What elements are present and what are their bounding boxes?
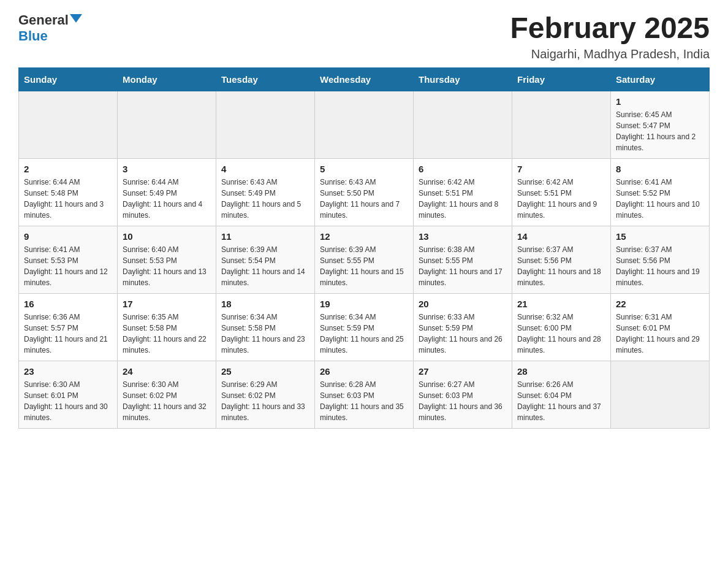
day-info: Sunrise: 6:41 AMSunset: 5:52 PMDaylight:… xyxy=(616,177,704,221)
day-number: 7 xyxy=(517,164,605,174)
calendar-day-cell: 10Sunrise: 6:40 AMSunset: 5:53 PMDayligh… xyxy=(118,226,216,293)
day-info: Sunrise: 6:43 AMSunset: 5:50 PMDaylight:… xyxy=(320,177,408,221)
day-of-week-header: Sunday xyxy=(19,67,118,91)
calendar-day-cell: 22Sunrise: 6:31 AMSunset: 6:01 PMDayligh… xyxy=(611,293,710,361)
logo: General Blue xyxy=(18,12,82,44)
day-of-week-header: Monday xyxy=(118,67,216,91)
day-info: Sunrise: 6:28 AMSunset: 6:03 PMDaylight:… xyxy=(320,379,408,423)
day-info: Sunrise: 6:42 AMSunset: 5:51 PMDaylight:… xyxy=(517,177,605,221)
day-number: 12 xyxy=(320,231,408,242)
day-number: 2 xyxy=(24,164,112,174)
calendar-day-cell: 2Sunrise: 6:44 AMSunset: 5:48 PMDaylight… xyxy=(19,158,118,226)
logo-blue-text: Blue xyxy=(18,28,48,44)
calendar-subtitle: Naigarhi, Madhya Pradesh, India xyxy=(510,47,710,61)
day-info: Sunrise: 6:34 AMSunset: 5:59 PMDaylight:… xyxy=(320,312,408,356)
day-number: 19 xyxy=(320,299,408,309)
calendar-day-cell xyxy=(118,91,216,158)
day-info: Sunrise: 6:44 AMSunset: 5:49 PMDaylight:… xyxy=(123,177,211,221)
day-number: 11 xyxy=(221,231,309,242)
calendar-day-cell: 27Sunrise: 6:27 AMSunset: 6:03 PMDayligh… xyxy=(414,361,512,428)
day-info: Sunrise: 6:31 AMSunset: 6:01 PMDaylight:… xyxy=(616,312,704,356)
day-of-week-header: Thursday xyxy=(414,67,512,91)
day-info: Sunrise: 6:39 AMSunset: 5:55 PMDaylight:… xyxy=(320,244,408,288)
calendar-day-cell xyxy=(216,91,315,158)
day-info: Sunrise: 6:33 AMSunset: 5:59 PMDaylight:… xyxy=(419,312,507,356)
day-number: 23 xyxy=(24,366,112,377)
calendar-day-cell: 18Sunrise: 6:34 AMSunset: 5:58 PMDayligh… xyxy=(216,293,315,361)
calendar-week-row: 1Sunrise: 6:45 AMSunset: 5:47 PMDaylight… xyxy=(19,91,710,158)
calendar-day-cell: 5Sunrise: 6:43 AMSunset: 5:50 PMDaylight… xyxy=(315,158,414,226)
day-number: 17 xyxy=(123,299,211,309)
calendar-day-cell xyxy=(19,91,118,158)
day-number: 26 xyxy=(320,366,408,377)
day-info: Sunrise: 6:26 AMSunset: 6:04 PMDaylight:… xyxy=(517,379,605,423)
page-header: General Blue February 2025 Naigarhi, Mad… xyxy=(18,12,710,61)
calendar-day-cell xyxy=(315,91,414,158)
day-number: 14 xyxy=(517,231,605,242)
calendar-week-row: 16Sunrise: 6:36 AMSunset: 5:57 PMDayligh… xyxy=(19,293,710,361)
calendar-day-cell: 19Sunrise: 6:34 AMSunset: 5:59 PMDayligh… xyxy=(315,293,414,361)
day-info: Sunrise: 6:35 AMSunset: 5:58 PMDaylight:… xyxy=(123,312,211,356)
day-info: Sunrise: 6:37 AMSunset: 5:56 PMDaylight:… xyxy=(616,244,704,288)
calendar-day-cell: 13Sunrise: 6:38 AMSunset: 5:55 PMDayligh… xyxy=(414,226,512,293)
day-number: 9 xyxy=(24,231,112,242)
calendar-table: SundayMondayTuesdayWednesdayThursdayFrid… xyxy=(18,67,710,429)
day-number: 6 xyxy=(419,164,507,174)
calendar-day-cell: 14Sunrise: 6:37 AMSunset: 5:56 PMDayligh… xyxy=(512,226,611,293)
day-info: Sunrise: 6:45 AMSunset: 5:47 PMDaylight:… xyxy=(616,109,704,153)
calendar-week-row: 2Sunrise: 6:44 AMSunset: 5:48 PMDaylight… xyxy=(19,158,710,226)
day-of-week-header: Wednesday xyxy=(315,67,414,91)
day-info: Sunrise: 6:37 AMSunset: 5:56 PMDaylight:… xyxy=(517,244,605,288)
calendar-day-cell: 23Sunrise: 6:30 AMSunset: 6:01 PMDayligh… xyxy=(19,361,118,428)
calendar-day-cell: 7Sunrise: 6:42 AMSunset: 5:51 PMDaylight… xyxy=(512,158,611,226)
day-info: Sunrise: 6:43 AMSunset: 5:49 PMDaylight:… xyxy=(221,177,309,221)
calendar-day-cell: 26Sunrise: 6:28 AMSunset: 6:03 PMDayligh… xyxy=(315,361,414,428)
day-number: 10 xyxy=(123,231,211,242)
calendar-day-cell: 3Sunrise: 6:44 AMSunset: 5:49 PMDaylight… xyxy=(118,158,216,226)
calendar-day-cell: 12Sunrise: 6:39 AMSunset: 5:55 PMDayligh… xyxy=(315,226,414,293)
day-number: 16 xyxy=(24,299,112,309)
calendar-day-cell: 1Sunrise: 6:45 AMSunset: 5:47 PMDaylight… xyxy=(611,91,710,158)
day-number: 20 xyxy=(419,299,507,309)
logo-triangle-icon xyxy=(70,14,82,23)
calendar-day-cell xyxy=(512,91,611,158)
day-info: Sunrise: 6:38 AMSunset: 5:55 PMDaylight:… xyxy=(419,244,507,288)
day-info: Sunrise: 6:44 AMSunset: 5:48 PMDaylight:… xyxy=(24,177,112,221)
day-info: Sunrise: 6:32 AMSunset: 6:00 PMDaylight:… xyxy=(517,312,605,356)
calendar-week-row: 23Sunrise: 6:30 AMSunset: 6:01 PMDayligh… xyxy=(19,361,710,428)
calendar-day-cell: 28Sunrise: 6:26 AMSunset: 6:04 PMDayligh… xyxy=(512,361,611,428)
day-info: Sunrise: 6:34 AMSunset: 5:58 PMDaylight:… xyxy=(221,312,309,356)
day-info: Sunrise: 6:36 AMSunset: 5:57 PMDaylight:… xyxy=(24,312,112,356)
day-info: Sunrise: 6:29 AMSunset: 6:02 PMDaylight:… xyxy=(221,379,309,423)
logo-general-text: General xyxy=(18,12,69,28)
calendar-body: 1Sunrise: 6:45 AMSunset: 5:47 PMDaylight… xyxy=(19,91,710,428)
day-info: Sunrise: 6:42 AMSunset: 5:51 PMDaylight:… xyxy=(419,177,507,221)
calendar-day-cell: 4Sunrise: 6:43 AMSunset: 5:49 PMDaylight… xyxy=(216,158,315,226)
day-number: 28 xyxy=(517,366,605,377)
day-of-week-header: Friday xyxy=(512,67,611,91)
calendar-title-block: February 2025 Naigarhi, Madhya Pradesh, … xyxy=(510,12,710,61)
calendar-title: February 2025 xyxy=(510,12,710,45)
day-info: Sunrise: 6:39 AMSunset: 5:54 PMDaylight:… xyxy=(221,244,309,288)
calendar-week-row: 9Sunrise: 6:41 AMSunset: 5:53 PMDaylight… xyxy=(19,226,710,293)
calendar-day-cell xyxy=(414,91,512,158)
calendar-day-cell xyxy=(611,361,710,428)
day-number: 8 xyxy=(616,164,704,174)
day-number: 24 xyxy=(123,366,211,377)
day-number: 22 xyxy=(616,299,704,309)
calendar-day-cell: 16Sunrise: 6:36 AMSunset: 5:57 PMDayligh… xyxy=(19,293,118,361)
calendar-day-cell: 11Sunrise: 6:39 AMSunset: 5:54 PMDayligh… xyxy=(216,226,315,293)
calendar-day-cell: 24Sunrise: 6:30 AMSunset: 6:02 PMDayligh… xyxy=(118,361,216,428)
calendar-day-cell: 17Sunrise: 6:35 AMSunset: 5:58 PMDayligh… xyxy=(118,293,216,361)
day-number: 13 xyxy=(419,231,507,242)
days-of-week-row: SundayMondayTuesdayWednesdayThursdayFrid… xyxy=(19,67,710,91)
day-number: 18 xyxy=(221,299,309,309)
day-number: 15 xyxy=(616,231,704,242)
day-of-week-header: Tuesday xyxy=(216,67,315,91)
day-info: Sunrise: 6:41 AMSunset: 5:53 PMDaylight:… xyxy=(24,244,112,288)
day-info: Sunrise: 6:40 AMSunset: 5:53 PMDaylight:… xyxy=(123,244,211,288)
calendar-day-cell: 8Sunrise: 6:41 AMSunset: 5:52 PMDaylight… xyxy=(611,158,710,226)
day-of-week-header: Saturday xyxy=(611,67,710,91)
day-info: Sunrise: 6:30 AMSunset: 6:02 PMDaylight:… xyxy=(123,379,211,423)
calendar-day-cell: 6Sunrise: 6:42 AMSunset: 5:51 PMDaylight… xyxy=(414,158,512,226)
